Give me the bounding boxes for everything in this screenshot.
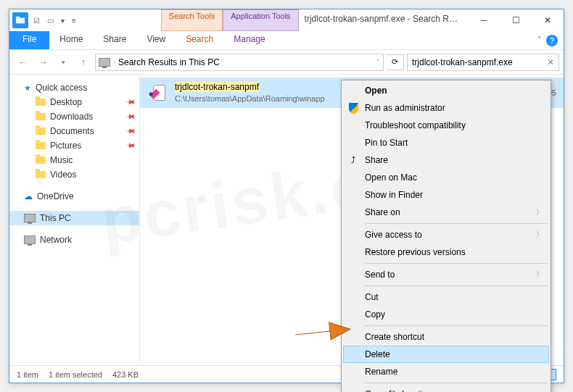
sidebar-item-network[interactable]: Network xyxy=(9,233,139,247)
ctx-open[interactable]: Open xyxy=(343,82,549,99)
ribbon-tabs: File Home Share View Search Manage ˅ ? xyxy=(9,31,564,50)
sidebar-item-downloads[interactable]: Downloads📌 xyxy=(9,109,139,124)
ribbon-expand-icon[interactable]: ˅ xyxy=(537,36,542,45)
folder-icon xyxy=(36,142,46,149)
this-pc-icon xyxy=(99,58,110,67)
separator xyxy=(365,263,548,264)
sidebar-item-label: Videos xyxy=(50,170,76,180)
back-button[interactable]: ← xyxy=(14,54,31,71)
sidebar-item-videos[interactable]: Videos xyxy=(9,167,139,182)
ctx-share[interactable]: ⤴Share xyxy=(343,151,549,169)
pin-icon: 📌 xyxy=(125,112,136,122)
sidebar-item-desktop[interactable]: Desktop📌 xyxy=(9,95,139,109)
sidebar-item-label: Music xyxy=(50,155,73,165)
folder-icon xyxy=(36,99,46,106)
navigation-pane: ★ Quick access Desktop📌 Downloads📌 Docum… xyxy=(9,75,140,364)
sidebar-item-label: Downloads xyxy=(50,112,93,122)
sidebar-item-this-pc[interactable]: This PC xyxy=(9,211,139,225)
chevron-down-icon[interactable]: ˅ xyxy=(376,59,380,66)
ctx-troubleshoot-compatibility[interactable]: Troubleshoot compatibility xyxy=(343,117,549,134)
sidebar-item-label: Quick access xyxy=(36,83,87,93)
ctx-share-on[interactable]: Share on〉 xyxy=(343,204,549,221)
qat-dropdown-icon[interactable]: ▾ xyxy=(59,17,67,25)
tab-home[interactable]: Home xyxy=(49,31,93,49)
breadcrumb[interactable]: Search Results in This PC xyxy=(118,57,220,67)
chevron-right-icon: 〉 xyxy=(536,270,543,280)
sidebar-item-music[interactable]: Music xyxy=(9,153,139,167)
ctx-copy[interactable]: Copy xyxy=(343,306,549,323)
recent-locations-button[interactable]: ▾ xyxy=(54,54,72,71)
address-field[interactable]: › Search Results in This PC ˅ xyxy=(95,54,384,71)
ctx-rename[interactable]: Rename xyxy=(343,363,549,380)
help-icon[interactable]: ? xyxy=(546,35,558,46)
svg-rect-0 xyxy=(16,18,25,24)
ctx-delete[interactable]: Delete xyxy=(343,346,549,363)
separator xyxy=(365,223,548,224)
sidebar-item-label: Documents xyxy=(50,126,94,136)
app-icon xyxy=(12,12,28,28)
pin-icon: 📌 xyxy=(125,97,136,108)
ctx-show-in-finder[interactable]: Show in Finder xyxy=(343,186,549,204)
ctx-send-to[interactable]: Send to〉 xyxy=(343,266,549,283)
chevron-right-icon: 〉 xyxy=(536,230,543,240)
ctx-run-as-administrator[interactable]: Run as administrator xyxy=(343,99,549,117)
ctx-open-file-location[interactable]: Open file location xyxy=(343,385,549,392)
contextual-tab-application-tools: Application Tools xyxy=(223,9,298,31)
pin-icon: 📌 xyxy=(125,126,136,137)
tab-manage[interactable]: Manage xyxy=(223,31,275,49)
up-button[interactable]: ↑ xyxy=(75,54,92,71)
separator xyxy=(365,325,548,326)
folder-icon xyxy=(36,113,46,120)
file-path: C:\Users\tomas\AppData\Roaming\winapp xyxy=(175,93,325,104)
ctx-restore-previous-versions[interactable]: Restore previous versions xyxy=(343,243,549,261)
ctx-give-access-to[interactable]: Give access to〉 xyxy=(343,226,549,243)
contextual-tab-search-tools: Search Tools xyxy=(161,9,223,31)
search-value: trjdlcot-trokan-sanpmf.exe xyxy=(412,57,513,67)
ctx-open-on-mac[interactable]: Open on Mac xyxy=(343,169,549,186)
sidebar-item-label: This PC xyxy=(40,213,71,223)
tab-file[interactable]: File xyxy=(9,31,49,49)
svg-point-3 xyxy=(149,92,153,96)
search-input[interactable]: trjdlcot-trokan-sanpmf.exe ✕ xyxy=(407,54,559,71)
close-button[interactable]: ✕ xyxy=(532,9,564,31)
status-selected-count: 1 item selected xyxy=(49,370,102,379)
shield-icon xyxy=(347,102,359,114)
this-pc-icon xyxy=(24,214,36,222)
clear-search-icon[interactable]: ✕ xyxy=(547,57,554,67)
chevron-right-icon: 〉 xyxy=(536,207,543,217)
ctx-pin-to-start[interactable]: Pin to Start xyxy=(343,134,549,151)
tab-view[interactable]: View xyxy=(136,31,176,49)
sidebar-item-onedrive[interactable]: ☁OneDrive xyxy=(9,189,139,204)
minimize-button[interactable]: ─ xyxy=(468,9,500,31)
refresh-button[interactable]: ⟳ xyxy=(387,54,404,70)
window-title: trjdlcot-trokan-sanpmf.exe - Search Resu… xyxy=(299,9,468,31)
star-icon: ★ xyxy=(24,83,31,93)
separator xyxy=(365,285,548,286)
status-size: 423 KB xyxy=(112,370,139,379)
folder-icon xyxy=(36,171,46,178)
title-bar: ☑ ▭ ▾ ≡ Search Tools Application Tools t… xyxy=(9,9,564,31)
tab-search[interactable]: Search xyxy=(176,31,223,49)
qat-customize-icon[interactable]: ≡ xyxy=(70,17,78,25)
file-name: trjdlcot-trokan-sanpmf xyxy=(175,81,325,93)
share-icon: ⤴ xyxy=(347,154,359,166)
sidebar-item-documents[interactable]: Documents📌 xyxy=(9,124,139,138)
maximize-button[interactable]: ☐ xyxy=(500,9,532,31)
forward-button[interactable]: → xyxy=(34,54,51,71)
qat-properties-icon[interactable]: ☑ xyxy=(31,17,42,25)
sidebar-item-pictures[interactable]: Pictures📌 xyxy=(9,138,139,153)
svg-rect-1 xyxy=(16,17,20,19)
chevron-right-icon: › xyxy=(113,59,115,66)
sidebar-item-label: Network xyxy=(40,235,72,245)
qat-new-folder-icon[interactable]: ▭ xyxy=(45,17,56,25)
arrow-indicator xyxy=(294,319,352,348)
tab-share[interactable]: Share xyxy=(93,31,136,49)
sidebar-item-label: Pictures xyxy=(50,141,81,151)
ctx-cut[interactable]: Cut xyxy=(343,288,549,306)
sidebar-item-quick-access[interactable]: ★ Quick access xyxy=(9,80,139,95)
status-item-count: 1 item xyxy=(17,370,38,379)
application-icon xyxy=(147,83,168,103)
address-bar: ← → ▾ ↑ › Search Results in This PC ˅ ⟳ … xyxy=(9,50,564,75)
ctx-create-shortcut[interactable]: Create shortcut xyxy=(343,328,549,346)
sidebar-item-label: OneDrive xyxy=(37,191,74,201)
